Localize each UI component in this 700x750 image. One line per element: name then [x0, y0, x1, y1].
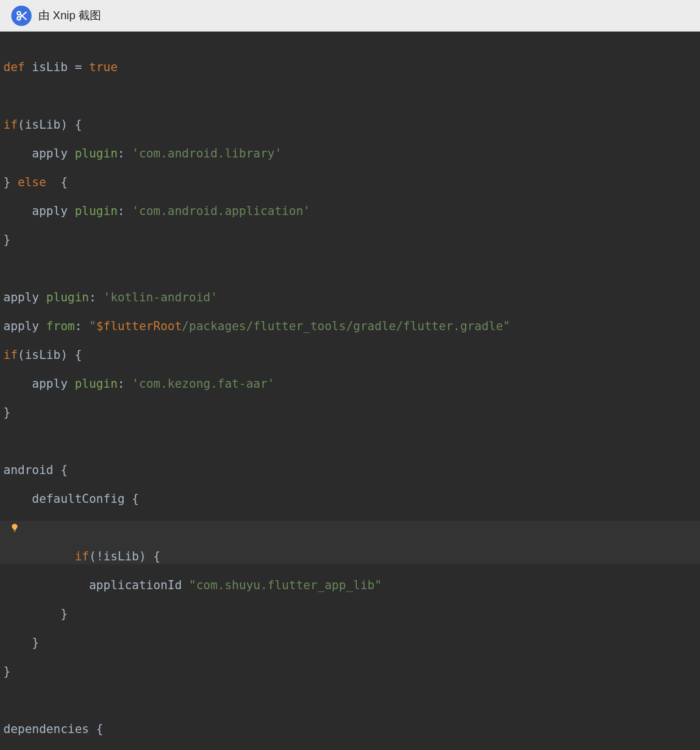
code-line [0, 694, 700, 708]
code-line: apply plugin: 'com.android.library' [0, 147, 700, 161]
title-bar: 由 Xnip 截图 [0, 0, 700, 32]
window-title: 由 Xnip 截图 [38, 8, 101, 23]
code-editor[interactable]: def isLib = true if(isLib) { apply plugi… [0, 32, 700, 750]
code-line [0, 89, 700, 104]
svg-rect-5 [14, 531, 15, 532]
code-line: apply plugin: 'com.kezong.fat-aar' [0, 377, 700, 392]
code-line: def isLib = true [0, 60, 700, 75]
code-line [0, 262, 700, 277]
code-line: if(isLib) { [0, 348, 700, 363]
xnip-app-icon [11, 6, 32, 26]
svg-rect-4 [14, 530, 16, 531]
code-line: apply from: "$flutterRoot/packages/flutt… [0, 319, 700, 334]
code-line-highlighted: if(!isLib) { [0, 521, 700, 564]
code-line: } else { [0, 176, 700, 190]
code-line: } [0, 607, 700, 622]
code-line: dependencies { [0, 722, 700, 737]
lightbulb-icon[interactable] [9, 521, 20, 536]
code-line: applicationId "com.shuyu.flutter_app_lib… [0, 578, 700, 593]
code-line: } [0, 665, 700, 679]
code-line: } [0, 406, 700, 420]
code-line: apply plugin: 'com.android.application' [0, 204, 700, 219]
code-line: defaultConfig { [0, 492, 700, 507]
code-line: } [0, 636, 700, 651]
code-line: } [0, 233, 700, 248]
code-line: if(isLib) { [0, 118, 700, 133]
scissors-icon [15, 10, 28, 22]
code-line: android { [0, 463, 700, 478]
code-line: apply plugin: 'kotlin-android' [0, 291, 700, 305]
code-line [0, 435, 700, 449]
